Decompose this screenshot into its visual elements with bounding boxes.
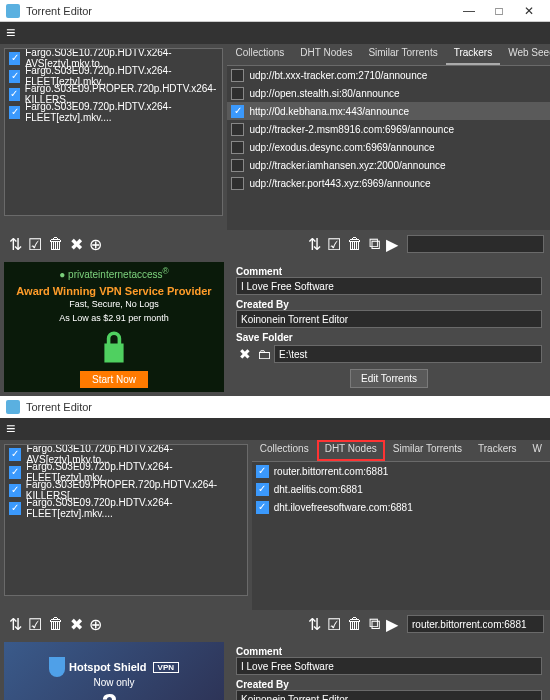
form-area: Comment Created By Save Folder ✖ 🗀 Edit … (228, 258, 550, 396)
checkbox-icon[interactable]: ✓ (9, 448, 21, 461)
clear-folder-icon[interactable]: ✖ (239, 346, 251, 362)
checkbox-icon[interactable]: ✓ (256, 501, 269, 514)
add-icon[interactable]: ⊕ (89, 615, 102, 634)
check-all-icon[interactable]: ☑ (327, 615, 341, 634)
tracker-row[interactable]: udp://open.stealth.si:80/announce (227, 84, 550, 102)
ad-sub1: Fast, Secure, No Logs (69, 299, 159, 309)
play-icon[interactable]: ▶ (386, 615, 398, 634)
tab-web-seeds[interactable]: W (525, 440, 550, 461)
checkbox-icon[interactable] (231, 69, 244, 82)
checkbox-icon[interactable] (231, 123, 244, 136)
maximize-button[interactable]: □ (484, 4, 514, 18)
sort-icon[interactable]: ⇅ (9, 235, 22, 254)
tracker-row[interactable]: udp://tracker-2.msm8916.com:6969/announc… (227, 120, 550, 138)
remove-icon[interactable]: ✖ (70, 615, 83, 634)
tab-dht-nodes[interactable]: DHT Nodes (317, 440, 385, 461)
main-area: ✓Fargo.S03E10.720p.HDTV.x264-AVS[eztv].m… (0, 440, 550, 610)
dht-url: dht.aelitis.com:6881 (274, 484, 363, 495)
dht-url: router.bittorrent.com:6881 (274, 466, 389, 477)
hamburger-icon[interactable]: ≡ (6, 420, 15, 438)
dht-row[interactable]: ✓dht.aelitis.com:6881 (252, 480, 550, 498)
copy-icon[interactable]: ⧉ (369, 235, 380, 253)
trash-icon[interactable]: 🗑 (347, 235, 363, 253)
checkbox-icon[interactable]: ✓ (9, 466, 21, 479)
toolbar: ⇅ ☑ 🗑 ✖ ⊕ ⇅ ☑ 🗑 ⧉ ▶ (0, 230, 550, 258)
checkbox-icon[interactable]: ✓ (256, 465, 269, 478)
check-all-icon[interactable]: ☑ (28, 235, 42, 254)
folder-icon[interactable]: 🗀 (257, 346, 271, 362)
ad-pia[interactable]: ● privateinternetaccess® Award Winning V… (4, 262, 224, 392)
tracker-url: udp://bt.xxx-tracker.com:2710/announce (249, 70, 427, 81)
dht-row[interactable]: ✓router.bittorrent.com:6881 (252, 462, 550, 480)
checkbox-icon[interactable]: ✓ (9, 52, 20, 65)
tracker-row[interactable]: udp://tracker.iamhansen.xyz:2000/announc… (227, 156, 550, 174)
checkbox-icon[interactable]: ✓ (231, 105, 244, 118)
sort-icon[interactable]: ⇅ (308, 615, 321, 634)
tracker-url: udp://tracker-2.msm8916.com:6969/announc… (249, 124, 454, 135)
ad-sub2: As Low as $2.91 per month (59, 313, 169, 323)
tab-web-seeds[interactable]: Web Seeds (500, 44, 550, 65)
check-all-icon[interactable]: ☑ (28, 615, 42, 634)
checkbox-icon[interactable]: ✓ (9, 88, 20, 101)
add-icon[interactable]: ⊕ (89, 235, 102, 254)
dht-list: ✓router.bittorrent.com:6881 ✓dht.aelitis… (252, 462, 550, 610)
tab-trackers[interactable]: Trackers (446, 44, 501, 65)
checkbox-icon[interactable] (231, 141, 244, 154)
sort-icon[interactable]: ⇅ (308, 235, 321, 254)
ad-hotspot[interactable]: Hotspot Shield VPN Now only $2.99 /month… (4, 642, 224, 700)
tracker-row[interactable]: udp://bt.xxx-tracker.com:2710/announce (227, 66, 550, 84)
ad-price: $2.99 /month (96, 688, 133, 700)
tracker-list: udp://bt.xxx-tracker.com:2710/announce u… (227, 66, 550, 230)
checkbox-icon[interactable]: ✓ (256, 483, 269, 496)
sort-icon[interactable]: ⇅ (9, 615, 22, 634)
file-row[interactable]: ✓Fargo.S03E09.720p.HDTV.x264-FLEET[eztv]… (5, 103, 222, 121)
checkbox-icon[interactable] (231, 87, 244, 100)
checkbox-icon[interactable]: ✓ (9, 502, 21, 515)
vpn-badge: VPN (153, 662, 179, 673)
savefolder-input[interactable] (274, 345, 542, 363)
dht-row[interactable]: ✓dht.ilovefreesoftware.com:6881 (252, 498, 550, 516)
remove-icon[interactable]: ✖ (70, 235, 83, 254)
createdby-input[interactable] (236, 690, 542, 700)
checkbox-icon[interactable] (231, 177, 244, 190)
tracker-input[interactable] (407, 235, 544, 253)
tracker-url: udp://open.stealth.si:80/announce (249, 88, 399, 99)
main-area: ✓Fargo.S03E10.720p.HDTV.x264-AVS[eztv].m… (0, 44, 550, 230)
trash-icon[interactable]: 🗑 (48, 235, 64, 253)
tab-dht-nodes[interactable]: DHT Nodes (292, 44, 360, 65)
edit-torrents-button[interactable]: Edit Torrents (350, 369, 428, 388)
ad-cta-button[interactable]: Start Now (80, 371, 148, 388)
comment-input[interactable] (236, 657, 542, 675)
tab-collections[interactable]: Collections (252, 440, 317, 461)
checkbox-icon[interactable]: ✓ (9, 70, 20, 83)
tracker-row[interactable]: udp://exodus.desync.com:6969/announce (227, 138, 550, 156)
trash-icon[interactable]: 🗑 (347, 615, 363, 633)
window-title: Torrent Editor (26, 5, 92, 17)
app-icon (6, 400, 20, 414)
checkbox-icon[interactable]: ✓ (9, 106, 20, 119)
check-all-icon[interactable]: ☑ (327, 235, 341, 254)
tracker-row[interactable]: ✓http://0d.kebhana.mx:443/announce (227, 102, 550, 120)
close-button[interactable]: ✕ (514, 4, 544, 18)
tab-collections[interactable]: Collections (227, 44, 292, 65)
play-icon[interactable]: ▶ (386, 235, 398, 254)
copy-icon[interactable]: ⧉ (369, 615, 380, 633)
titlebar: Torrent Editor — □ ✕ (0, 0, 550, 22)
tab-similar-torrents[interactable]: Similar Torrents (360, 44, 445, 65)
form-area: Comment Created By Save Folder ✖ 🗀 Edit … (228, 638, 550, 700)
tracker-row[interactable]: udp://tracker.port443.xyz:6969/announce (227, 174, 550, 192)
checkbox-icon[interactable]: ✓ (9, 484, 21, 497)
minimize-button[interactable]: — (454, 4, 484, 18)
hamburger-icon[interactable]: ≡ (6, 24, 15, 42)
tab-trackers[interactable]: Trackers (470, 440, 525, 461)
tab-similar-torrents[interactable]: Similar Torrents (385, 440, 470, 461)
comment-input[interactable] (236, 277, 542, 295)
file-row[interactable]: ✓Fargo.S03E09.720p.HDTV.x264-FLEET[eztv]… (5, 499, 247, 517)
lock-icon (99, 329, 129, 365)
dht-input[interactable] (407, 615, 544, 633)
trash-icon[interactable]: 🗑 (48, 615, 64, 633)
file-pane: ✓Fargo.S03E10.720p.HDTV.x264-AVS[eztv].m… (0, 44, 227, 230)
checkbox-icon[interactable] (231, 159, 244, 172)
createdby-input[interactable] (236, 310, 542, 328)
comment-label: Comment (236, 646, 542, 657)
